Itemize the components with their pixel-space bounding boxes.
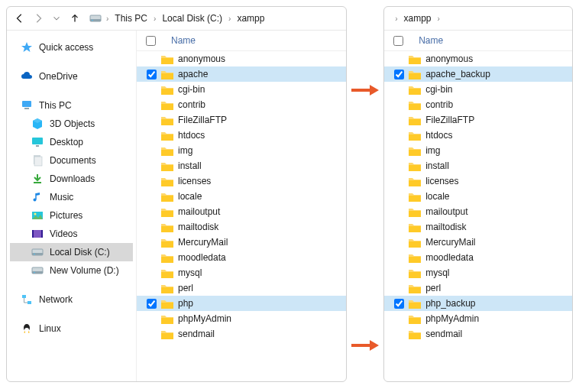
folder-icon — [409, 222, 421, 232]
sidebar-downloads[interactable]: Downloads — [10, 170, 133, 188]
chevron-right-icon[interactable]: › — [227, 15, 232, 23]
folder-row[interactable]: mysql — [384, 265, 572, 280]
folder-row[interactable]: apache — [137, 66, 346, 82]
folder-row[interactable]: install — [137, 158, 346, 173]
folder-icon — [161, 298, 173, 309]
breadcrumb[interactable]: › xampp › — [393, 11, 442, 25]
documents-icon — [31, 154, 44, 167]
breadcrumb-segment[interactable]: xampp — [234, 11, 267, 25]
folder-row[interactable]: MercuryMail — [137, 235, 346, 250]
folder-row[interactable]: phpMyAdmin — [137, 311, 346, 326]
address-bar: › This PC › Local Disk (C:) › xampp — [7, 7, 346, 31]
folder-row[interactable]: sendmail — [137, 326, 346, 342]
chevron-right-icon[interactable]: › — [105, 15, 110, 23]
sidebar-network[interactable]: Network — [10, 290, 133, 309]
folder-row[interactable]: cgi-bin — [384, 82, 572, 97]
folder-row[interactable]: locale — [137, 189, 346, 204]
breadcrumb-segment[interactable]: This PC — [112, 11, 150, 25]
folder-icon — [161, 329, 173, 339]
folder-icon — [161, 267, 173, 278]
breadcrumb[interactable]: › This PC › Local Disk (C:) › xampp — [89, 11, 267, 25]
sidebar-item-label: OneDrive — [39, 71, 78, 82]
folder-row[interactable]: moodledata — [384, 250, 572, 265]
sidebar-local-disk-c[interactable]: Local Disk (C:) — [10, 243, 133, 261]
folder-row[interactable]: mailoutput — [384, 204, 572, 219]
sidebar-item-label: Videos — [50, 228, 77, 239]
recent-dropdown[interactable] — [50, 11, 63, 25]
folder-row[interactable]: FileZillaFTP — [137, 112, 346, 128]
folder-row[interactable]: FileZillaFTP — [384, 112, 572, 128]
folder-row[interactable]: moodledata — [137, 250, 346, 265]
folder-row[interactable]: contrib — [137, 97, 346, 112]
folder-row[interactable]: MercuryMail — [384, 235, 572, 250]
row-checkbox[interactable] — [394, 299, 404, 309]
row-checkbox[interactable] — [394, 70, 404, 79]
folder-row[interactable]: mailoutput — [137, 204, 346, 219]
folder-row[interactable]: php — [137, 296, 346, 311]
breadcrumb-segment[interactable]: xampp — [400, 11, 434, 25]
sidebar-pictures[interactable]: Pictures — [10, 206, 133, 225]
svg-point-10 — [34, 199, 37, 202]
folder-row[interactable]: perl — [137, 280, 346, 296]
select-all-checkbox[interactable] — [393, 36, 403, 46]
sidebar-item-label: 3D Objects — [50, 118, 95, 129]
row-checkbox[interactable] — [147, 70, 157, 79]
column-header-name[interactable]: Name — [171, 35, 196, 46]
column-header-name[interactable]: Name — [419, 35, 443, 46]
row-checkbox[interactable] — [147, 299, 157, 309]
folder-name: apache_backup — [425, 69, 490, 79]
folder-row[interactable]: img — [384, 143, 572, 158]
folder-row[interactable]: licenses — [384, 173, 572, 189]
folder-row[interactable]: phpMyAdmin — [384, 311, 572, 326]
forward-button[interactable] — [31, 11, 45, 25]
file-list-left: Name anonymousapachecgi-bincontribFileZi… — [137, 31, 346, 381]
folder-row[interactable]: htdocs — [384, 128, 572, 143]
folder-name: perl — [425, 283, 441, 293]
folder-name: licenses — [178, 176, 211, 186]
folder-name: licenses — [425, 176, 458, 186]
folder-row[interactable]: licenses — [137, 173, 346, 189]
file-list-right: Name anonymousapache_backupcgi-bincontri… — [384, 31, 572, 381]
folder-icon — [409, 252, 421, 263]
back-button[interactable] — [13, 11, 27, 25]
sidebar-3d-objects[interactable]: 3D Objects — [10, 115, 133, 133]
folder-row[interactable]: apache_backup — [384, 66, 572, 82]
row-checkbox-wrap — [393, 299, 404, 309]
sidebar-documents[interactable]: Documents — [10, 151, 133, 170]
sidebar-quick-access[interactable]: Quick access — [10, 38, 133, 57]
folder-row[interactable]: locale — [384, 189, 572, 204]
sidebar-onedrive[interactable]: OneDrive — [10, 67, 133, 86]
folder-icon — [161, 206, 173, 217]
folder-row[interactable]: contrib — [384, 97, 572, 112]
up-button[interactable] — [68, 11, 82, 25]
folder-row[interactable]: cgi-bin — [137, 82, 346, 97]
folder-row[interactable]: anonymous — [137, 51, 346, 66]
folder-row[interactable]: mysql — [137, 265, 346, 280]
chevron-right-icon[interactable]: › — [152, 15, 157, 23]
folder-icon — [409, 313, 421, 324]
chevron-right-icon[interactable]: › — [393, 15, 399, 23]
folder-row[interactable]: install — [384, 158, 572, 173]
folder-icon — [409, 115, 421, 125]
chevron-right-icon[interactable]: › — [436, 15, 442, 23]
sidebar-this-pc[interactable]: This PC — [10, 96, 133, 115]
folder-row[interactable]: anonymous — [384, 51, 572, 66]
svg-rect-8 — [34, 157, 42, 166]
folder-row[interactable]: sendmail — [384, 326, 572, 342]
sidebar-new-volume-d[interactable]: New Volume (D:) — [10, 261, 133, 280]
folder-row[interactable]: htdocs — [137, 128, 346, 143]
folder-row[interactable]: mailtodisk — [137, 219, 346, 235]
sidebar-music[interactable]: Music — [10, 188, 133, 206]
sidebar-videos[interactable]: Videos — [10, 225, 133, 243]
svg-rect-4 — [24, 108, 29, 109]
sidebar-item-label: Desktop — [50, 137, 83, 147]
sidebar-linux[interactable]: Linux — [10, 319, 133, 338]
breadcrumb-segment[interactable]: Local Disk (C:) — [159, 11, 225, 25]
folder-row[interactable]: mailtodisk — [384, 219, 572, 235]
folder-row[interactable]: perl — [384, 280, 572, 296]
folder-row[interactable]: php_backup — [384, 296, 572, 311]
folder-icon — [409, 283, 421, 293]
folder-row[interactable]: img — [137, 143, 346, 158]
sidebar-desktop[interactable]: Desktop — [10, 133, 133, 151]
select-all-checkbox[interactable] — [146, 36, 156, 46]
